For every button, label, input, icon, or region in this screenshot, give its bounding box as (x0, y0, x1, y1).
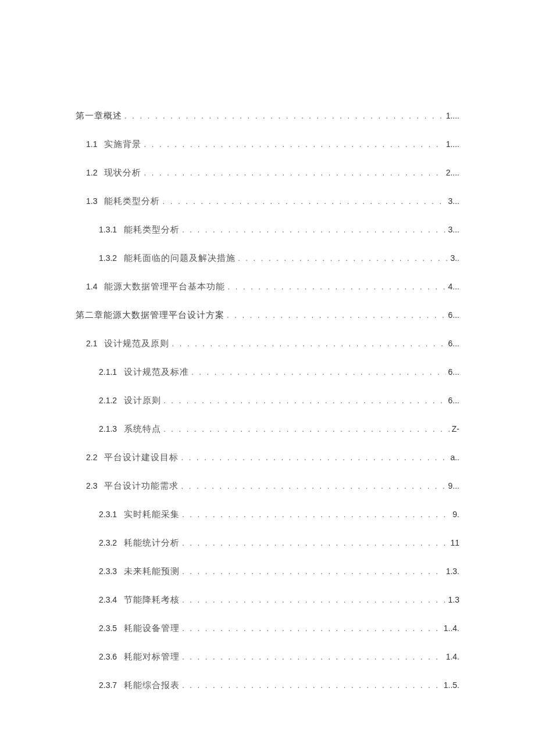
toc-leader-dots (180, 653, 444, 661)
toc-number: 2.3.6 (99, 652, 117, 661)
toc-row: 2.1.1设计规范及标准6... (76, 367, 459, 378)
toc-row: 2.3.2耗能统计分析11 (76, 538, 459, 549)
toc-leader-dots (141, 140, 443, 149)
toc-row: 1.2现状分析2.... (76, 167, 459, 178)
toc-number: 2.1.2 (99, 396, 117, 405)
toc-page-number: 6... (446, 339, 459, 348)
toc-page-number: 1.3. (444, 567, 459, 576)
toc-leader-dots (180, 539, 448, 547)
toc-number: 2.1 (86, 339, 97, 348)
toc-row: 2.3.7耗能综合报表1..5. (76, 680, 459, 691)
toc-title: 能耗面临的问题及解决措施 (124, 253, 236, 264)
toc-leader-dots (141, 169, 443, 177)
toc-title: 能耗类型分析 (124, 224, 180, 235)
toc-page-number: 1.... (444, 139, 459, 149)
toc-number: 1.3 (86, 196, 97, 206)
toc-number: 2.3.1 (99, 510, 117, 519)
toc-row: 2.3平台设计功能需求9... (76, 481, 459, 492)
toc-leader-dots (180, 596, 445, 604)
toc-page-number: Z- (450, 424, 459, 433)
toc-row: 2.1.2设计原则6... (76, 395, 459, 406)
toc-row: 2.2平台设计建设目标a.. (76, 452, 459, 463)
toc-row: 1.3能耗类型分析3... (76, 196, 459, 207)
toc-title: 系统特点 (124, 424, 161, 435)
toc-leader-dots (122, 112, 444, 120)
toc-leader-dots (169, 339, 445, 348)
toc-number: 2.3.2 (99, 538, 117, 547)
toc-title: 能源大数据管理平台基本功能 (104, 281, 225, 292)
toc-page-number: 1.... (444, 111, 459, 120)
toc-title: 能耗类型分析 (104, 196, 160, 207)
toc-number: 2.3.4 (99, 595, 117, 604)
toc-page-number: 3... (446, 196, 459, 206)
toc-page-number: 9. (450, 510, 459, 519)
toc-title: 节能降耗考核 (124, 594, 180, 605)
toc-page-number: 3.. (448, 253, 459, 263)
toc-leader-dots (179, 453, 448, 462)
toc-number: 2.3.7 (99, 680, 117, 690)
toc-title: 耗能综合报表 (124, 680, 180, 691)
toc-row: 2.1.3系统特点Z- (76, 424, 459, 435)
toc-title: 实时耗能采集 (124, 509, 180, 520)
toc-page-number: 1..4. (441, 624, 459, 633)
table-of-contents: 第一章概述1....1.1实施背景1....1.2现状分析2....1.3能耗类… (76, 110, 459, 691)
toc-row: 2.3.5耗能设备管理1..4. (76, 623, 459, 634)
toc-row: 第二章能源大数据管理平台设计方案6... (76, 310, 459, 321)
toc-page-number: a.. (448, 453, 459, 462)
toc-number: 2.3 (86, 481, 97, 490)
toc-number: 2.3.5 (99, 624, 117, 633)
toc-row: 1.1实施背景1.... (76, 139, 459, 150)
toc-title: 平台设计功能需求 (104, 481, 179, 492)
toc-number: 2.1.1 (99, 367, 117, 377)
toc-number: 1.3.1 (99, 225, 117, 234)
toc-leader-dots (180, 567, 444, 576)
toc-title: 现状分析 (104, 167, 141, 178)
toc-page-number: 6... (446, 310, 459, 320)
toc-leader-dots (180, 510, 450, 519)
toc-row: 第一章概述1.... (76, 110, 459, 121)
toc-leader-dots (225, 282, 445, 291)
toc-page-number: 4... (446, 282, 459, 291)
toc-title: 耗能设备管理 (124, 623, 180, 634)
toc-leader-dots (161, 396, 445, 405)
toc-title: 未来耗能预测 (124, 566, 180, 577)
toc-page-number: 1..5. (441, 680, 459, 690)
toc-leader-dots (180, 225, 445, 234)
toc-title: 设计规范及标准 (124, 367, 189, 378)
toc-page-number: 9... (446, 481, 459, 490)
toc-number: 2.1.3 (99, 424, 117, 433)
toc-title: 耗能对标管理 (124, 651, 180, 662)
toc-number: 1.2 (86, 168, 97, 177)
toc-page: 第一章概述1....1.1实施背景1....1.2现状分析2....1.3能耗类… (0, 0, 535, 691)
toc-leader-dots (180, 624, 441, 633)
toc-page-number: 6... (446, 367, 459, 377)
toc-title: 平台设计建设目标 (104, 452, 179, 463)
toc-title: 实施背景 (104, 139, 141, 150)
toc-title: 设计原则 (124, 395, 161, 406)
toc-title: 设计规范及原则 (104, 338, 169, 349)
toc-leader-dots (161, 425, 450, 433)
toc-number: 1.3.2 (99, 253, 117, 263)
toc-leader-dots (179, 482, 445, 490)
toc-leader-dots (224, 311, 446, 320)
toc-page-number: 1.4. (444, 652, 459, 661)
toc-row: 2.3.6耗能对标管理1.4. (76, 651, 459, 662)
toc-number: 2.2 (86, 453, 97, 462)
toc-page-number: 11 (448, 538, 459, 547)
toc-row: 1.3.2能耗面临的问题及解决措施3.. (76, 253, 459, 264)
toc-number: 1.4 (86, 282, 97, 291)
toc-leader-dots (160, 197, 445, 206)
toc-row: 2.3.4节能降耗考核1.3 (76, 594, 459, 605)
toc-title: 耗能统计分析 (124, 538, 180, 549)
toc-page-number: 2.... (444, 168, 459, 177)
toc-title: 第一章概述 (76, 110, 122, 121)
toc-page-number: 1.3 (446, 595, 459, 604)
toc-number: 2.3.3 (99, 567, 117, 576)
toc-row: 2.3.3未来耗能预测1.3. (76, 566, 459, 577)
toc-row: 2.3.1实时耗能采集9. (76, 509, 459, 520)
toc-leader-dots (180, 681, 441, 690)
toc-leader-dots (236, 254, 448, 263)
toc-number: 1.1 (86, 139, 97, 149)
toc-row: 2.1设计规范及原则6... (76, 338, 459, 349)
toc-title: 第二章能源大数据管理平台设计方案 (76, 310, 224, 321)
